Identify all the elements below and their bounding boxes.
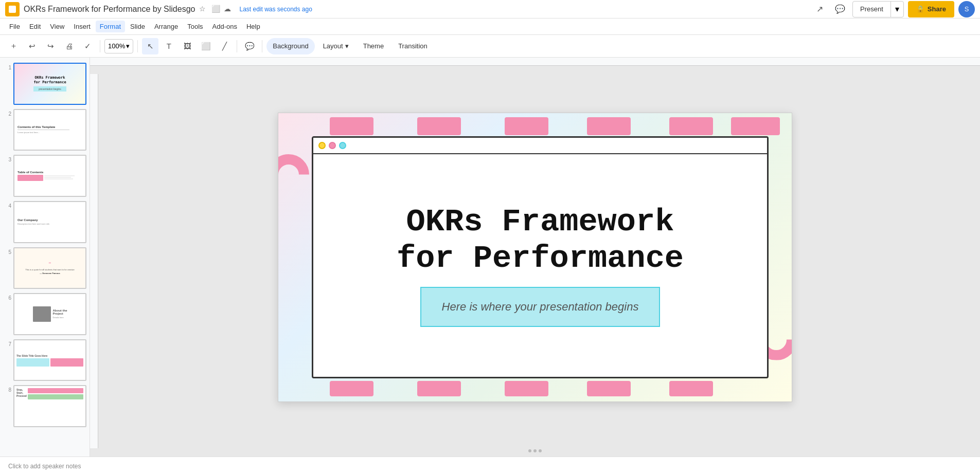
zoom-control[interactable]: 100% ▾ (104, 39, 133, 53)
slide-item-8[interactable]: 8 Stop,Start,Proceed (2, 384, 87, 428)
slide-number-6: 6 (3, 295, 11, 301)
app-logo (5, 2, 20, 16)
top-right-actions: ↗ 💬 Present ▾ 🔒 Share S (811, 1, 975, 17)
menu-arrange[interactable]: Arrange (150, 21, 182, 32)
ruler-horizontal (90, 58, 980, 66)
nav-dot-2[interactable] (533, 449, 537, 452)
menu-bar: File Edit View Insert Format Slide Arran… (0, 19, 980, 35)
present-main-label[interactable]: Present (853, 2, 891, 17)
menu-view[interactable]: View (46, 21, 68, 32)
comment-btn[interactable]: 💬 (241, 38, 258, 54)
image-btn[interactable]: 🖼 (179, 38, 195, 54)
browser-dot-pink (329, 142, 336, 149)
browser-frame: OKRs Framework for Performance Here is w… (312, 136, 769, 378)
slide-number-2: 2 (3, 111, 11, 117)
shapes-btn[interactable]: ⬜ (198, 38, 214, 54)
select-tool[interactable]: ↖ (142, 38, 158, 54)
menu-help[interactable]: Help (242, 21, 264, 32)
transition-btn[interactable]: Transition (392, 38, 434, 54)
slide-number-8: 8 (3, 387, 11, 393)
deco-bottom-3 (505, 381, 548, 396)
share-button[interactable]: 🔒 Share (908, 1, 954, 17)
slide-number-5: 5 (3, 249, 11, 255)
nav-dot-3[interactable] (539, 449, 542, 452)
text-box-btn[interactable]: T (161, 38, 177, 54)
theme-btn[interactable]: Theme (357, 38, 390, 54)
speaker-notes-area[interactable]: Click to add speaker notes (0, 456, 980, 475)
layout-dropdown-icon: ▾ (345, 42, 349, 50)
doc-history-icon[interactable]: ⬜ (211, 5, 221, 14)
slide-item-1[interactable]: 1 OKRs Frameworkfor Performance presenta… (2, 62, 87, 106)
slide-thumb-3[interactable]: Table of Contents (13, 155, 86, 197)
star-icon[interactable]: ☆ (199, 5, 208, 14)
deco-top-2 (417, 117, 461, 135)
slide-nav-dots (528, 449, 542, 452)
divider-3 (237, 40, 237, 52)
slide-item-4[interactable]: 4 Our Company Description text here and … (2, 200, 87, 244)
divider-2 (137, 40, 138, 52)
last-edit-link[interactable]: Last edit was seconds ago (239, 6, 312, 13)
slide-item-2[interactable]: 2 Contents of this Template Lorem ipsum … (2, 108, 87, 152)
menu-file[interactable]: File (5, 21, 24, 32)
slide-thumb-content-6: About theProject Details here (14, 294, 85, 334)
present-button-group[interactable]: Present ▾ (852, 1, 904, 17)
speaker-notes-placeholder: Click to add speaker notes (8, 463, 81, 470)
slide-thumb-6[interactable]: About theProject Details here (13, 293, 86, 335)
undo-btn[interactable]: ↩ (24, 38, 40, 54)
slide-number-7: 7 (3, 341, 11, 347)
browser-dot-cyan (339, 142, 346, 149)
slide-number-3: 3 (3, 157, 11, 162)
slide-thumb-1[interactable]: OKRs Frameworkfor Performance presentati… (13, 63, 86, 105)
menu-insert[interactable]: Insert (69, 21, 95, 32)
divider-1 (100, 40, 100, 52)
layout-label: Layout (323, 42, 343, 50)
slide-thumb-content-2: Contents of this Template Lorem ipsum te… (14, 110, 85, 150)
menu-tools[interactable]: Tools (183, 21, 207, 32)
line-btn[interactable]: ╱ (216, 38, 233, 54)
slide-item-7[interactable]: 7 The Slide Title Goes Here (2, 338, 87, 382)
slide-thumb-2[interactable]: Contents of this Template Lorem ipsum te… (13, 109, 86, 151)
slide-item-6[interactable]: 6 About theProject Details here (2, 292, 87, 336)
slide-thumb-4[interactable]: Our Company Description text here and mo… (13, 201, 86, 243)
print-btn[interactable]: 🖨 (61, 38, 77, 54)
new-slide-btn[interactable]: ＋ (5, 38, 22, 54)
slide-thumb-5[interactable]: " This is a quote for all students that … (13, 247, 86, 289)
document-title: OKRs Framework for Performance by Slides… (24, 5, 195, 14)
main-content: 1 OKRs Frameworkfor Performance presenta… (0, 58, 980, 456)
slide-thumb-8[interactable]: Stop,Start,Proceed (13, 385, 86, 427)
spell-check-btn[interactable]: ✓ (79, 38, 96, 54)
deco-top-5 (669, 117, 713, 135)
nav-dot-1[interactable] (528, 449, 531, 452)
present-dropdown-arrow[interactable]: ▾ (891, 2, 903, 17)
slide-thumb-content-4: Our Company Description text here and mo… (14, 202, 85, 242)
deco-bottom-2 (417, 381, 461, 396)
menu-format[interactable]: Format (96, 21, 125, 32)
subtitle-box[interactable]: Here is where your presentation begins (420, 287, 661, 327)
layout-btn[interactable]: Layout ▾ (317, 38, 355, 54)
zoom-level: 100% (108, 42, 125, 50)
redo-btn[interactable]: ↪ (42, 38, 59, 54)
background-btn[interactable]: Background (266, 38, 314, 54)
activity-icon[interactable]: ↗ (811, 1, 828, 17)
slide-item-3[interactable]: 3 Table of Contents (2, 154, 87, 198)
menu-slide[interactable]: Slide (126, 21, 149, 32)
slide-thumb-7[interactable]: The Slide Title Goes Here (13, 339, 86, 381)
share-label: Share (928, 5, 946, 13)
slide-thumb-content-7: The Slide Title Goes Here (14, 340, 85, 380)
slide-canvas[interactable]: OKRs Framework for Performance Here is w… (278, 113, 792, 402)
comments-icon[interactable]: 💬 (832, 1, 848, 17)
deco-bottom-4 (587, 381, 631, 396)
browser-dot-yellow (318, 142, 326, 149)
menu-edit[interactable]: Edit (25, 21, 45, 32)
slide-thumb-content-3: Table of Contents (14, 156, 85, 196)
ruler-vertical (90, 74, 98, 448)
avatar[interactable]: S (958, 1, 975, 17)
browser-titlebar (313, 138, 767, 154)
cloud-save-icon[interactable]: ☁ (224, 5, 233, 14)
title-icons: ☆ ⬜ ☁ (199, 5, 233, 14)
deco-bottom-1 (330, 381, 373, 396)
menu-addons[interactable]: Add-ons (208, 21, 241, 32)
slide-number-1: 1 (3, 65, 11, 70)
canvas-area: OKRs Framework for Performance Here is w… (90, 58, 980, 456)
slide-item-5[interactable]: 5 " This is a quote for all students tha… (2, 246, 87, 290)
